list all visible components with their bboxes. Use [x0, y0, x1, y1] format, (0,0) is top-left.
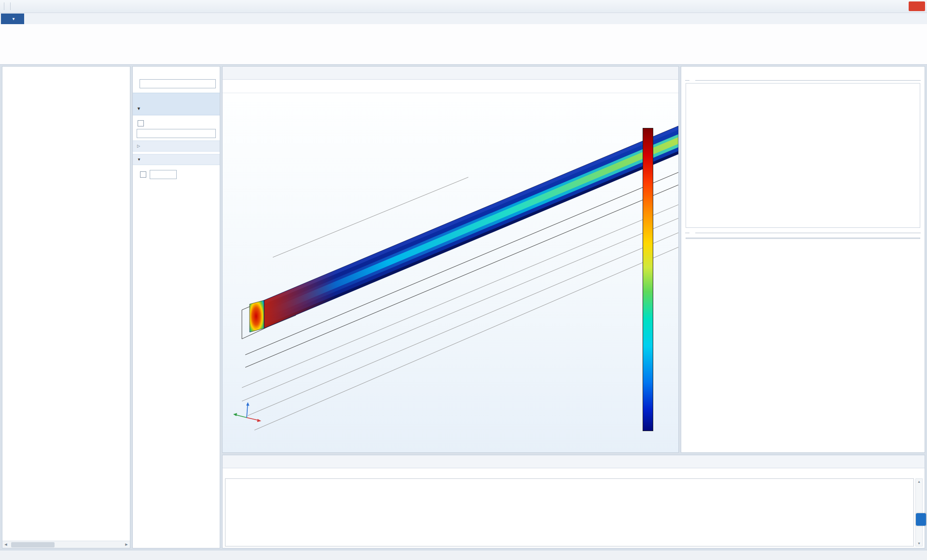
model-builder-toolbar: [2, 70, 130, 74]
scroll-down-arrow[interactable]: ▼: [917, 542, 921, 545]
add-study-action[interactable]: [681, 70, 925, 75]
scroll-right-arrow[interactable]: ▶: [123, 543, 130, 546]
close-button[interactable]: [909, 1, 925, 11]
title-section-header[interactable]: ▷: [133, 140, 220, 152]
model-builder-panel: ◀ ▶: [2, 66, 130, 548]
scale-section-header[interactable]: ▼: [133, 154, 220, 165]
message-log: [225, 478, 914, 546]
studies-tree: [686, 83, 920, 228]
scrollbar-thumb[interactable]: [11, 542, 55, 547]
divider: [4, 2, 4, 10]
title-bar: [0, 0, 927, 13]
plot-area[interactable]: [223, 93, 678, 452]
messages-tab-strip: [223, 455, 925, 468]
scroll-left-arrow[interactable]: ◀: [2, 543, 9, 546]
beam: [250, 126, 678, 332]
3d-scene: [223, 93, 678, 452]
scroll-up-arrow[interactable]: ▲: [917, 480, 921, 483]
ribbon: [0, 24, 927, 65]
file-menu-button[interactable]: ▼: [1, 14, 24, 24]
description-checkbox[interactable]: [138, 120, 144, 126]
system-notification-icon[interactable]: [916, 513, 926, 526]
graphics-tab-strip: [223, 67, 678, 80]
maximize-button[interactable]: [893, 1, 908, 11]
caret-down-icon: ▼: [12, 17, 15, 21]
model-tree: [2, 74, 130, 75]
label-input[interactable]: [140, 79, 216, 88]
vertical-scrollbar[interactable]: ▲ ▼: [915, 478, 923, 546]
colorbar: [641, 117, 678, 450]
comsol-window: ▼ ◀ ▶: [0, 0, 927, 560]
scale-factor-checkbox[interactable]: [140, 171, 146, 178]
colorbar-gradient: [643, 128, 653, 431]
add-study-panel: [681, 66, 925, 453]
divider: [10, 2, 11, 10]
expanded-arrow-icon: ▼: [137, 157, 141, 162]
wireframe-dark-lines: [242, 172, 678, 367]
graphics-toolbar: [223, 80, 678, 93]
messages-panel: ▲ ▼: [222, 455, 925, 548]
ribbon-tab-row: ▼: [0, 13, 927, 24]
physics-table: [686, 238, 920, 239]
description-input: [137, 129, 216, 138]
coordinate-triad: [233, 402, 261, 422]
messages-toolbar: [223, 468, 925, 478]
scale-factor-input[interactable]: [150, 170, 177, 179]
status-bar: [0, 550, 927, 560]
window-controls: [862, 1, 925, 11]
settings-panel: ▼ ▷ ▼: [132, 66, 220, 548]
expression-section-header[interactable]: ▼: [133, 93, 220, 115]
graphics-panel: [222, 66, 679, 453]
minimize-button[interactable]: [878, 1, 892, 11]
horizontal-scrollbar[interactable]: ◀ ▶: [2, 541, 130, 548]
collapse-arrow-icon[interactable]: ▼: [137, 106, 141, 111]
plot-title: [223, 102, 647, 110]
layout-reset-button[interactable]: [862, 1, 877, 11]
collapsed-arrow-icon: ▷: [137, 144, 141, 148]
